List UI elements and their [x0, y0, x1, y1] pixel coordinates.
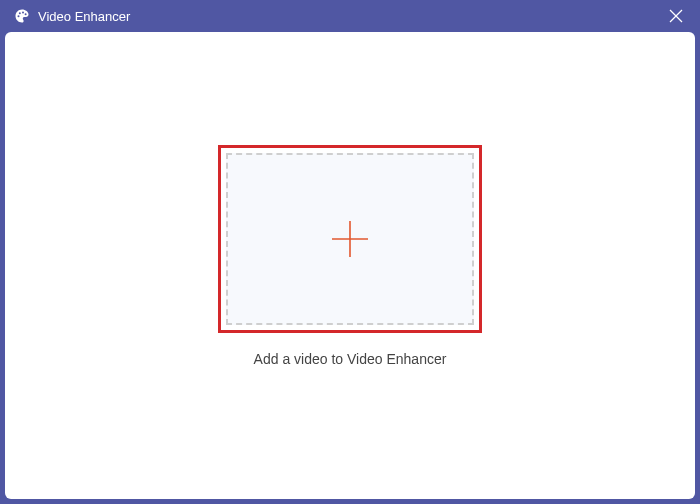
add-video-dropzone[interactable]	[218, 145, 482, 333]
dropzone-inner	[226, 153, 474, 325]
app-title: Video Enhancer	[38, 9, 130, 24]
instruction-text: Add a video to Video Enhancer	[254, 351, 447, 367]
app-window: Video Enhancer Add a vide	[0, 0, 700, 504]
titlebar: Video Enhancer	[0, 0, 700, 32]
svg-point-1	[19, 12, 21, 14]
svg-point-2	[22, 11, 24, 13]
content-panel: Add a video to Video Enhancer	[5, 32, 695, 499]
svg-point-3	[25, 13, 27, 15]
svg-point-0	[18, 15, 20, 17]
close-icon[interactable]	[666, 6, 686, 26]
titlebar-left: Video Enhancer	[14, 8, 130, 24]
palette-icon	[14, 8, 30, 24]
dropzone-wrap: Add a video to Video Enhancer	[218, 145, 482, 367]
plus-icon	[327, 216, 373, 262]
